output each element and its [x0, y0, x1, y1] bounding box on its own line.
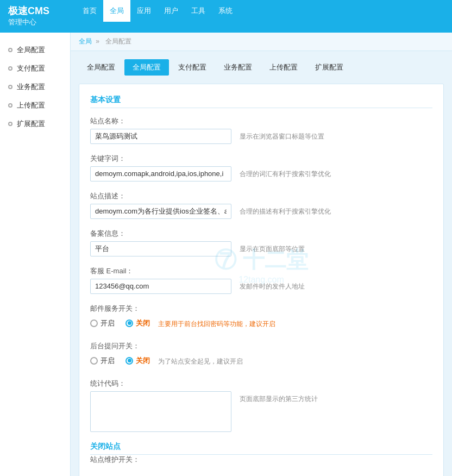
sidebar-dot	[8, 66, 12, 71]
keywords-inline: 合理的词汇有利于搜索引擎优化	[90, 166, 432, 181]
logo-subtitle: 管理中心	[8, 17, 49, 27]
description-inline: 合理的描述有利于搜索引擎优化	[90, 204, 432, 219]
beian-label: 备案信息：	[90, 229, 432, 239]
sidebar-item-extension[interactable]: 扩展配置	[0, 115, 70, 133]
tab-upload-config[interactable]: 上传配置	[261, 59, 306, 76]
keywords-hint: 合理的词汇有利于搜索引擎优化	[240, 166, 331, 181]
sidebar: 全局配置 支付配置 业务配置 上传配置 扩展配置	[0, 33, 71, 476]
backend-on-label: 开启	[101, 356, 115, 366]
sidebar-dot	[8, 85, 12, 89]
breadcrumb-current: 全局配置	[105, 37, 131, 45]
stats-label: 统计代码：	[90, 379, 432, 389]
site-name-row: 站点名称： 显示在浏览器窗口标题等位置	[90, 116, 432, 144]
logo-area: 极速CMS 管理中心	[0, 0, 71, 33]
backend-on-option[interactable]: 开启	[90, 356, 115, 366]
tab-extension-config[interactable]: 扩展配置	[307, 59, 351, 76]
nav-home[interactable]: 首页	[76, 0, 103, 22]
sidebar-dot	[8, 103, 12, 108]
email-input[interactable]	[90, 279, 231, 294]
logo-title: 极速CMS	[8, 5, 49, 17]
stats-inline: 页面底部显示的第三方统计	[90, 391, 432, 432]
breadcrumb-root[interactable]: 全局	[79, 37, 92, 45]
keywords-input[interactable]	[90, 166, 231, 181]
stats-hint: 页面底部显示的第三方统计	[240, 391, 318, 406]
description-row: 站点描述： 合理的描述有利于搜索引擎优化	[90, 191, 432, 219]
backend-hint: 为了站点安全起见，建议开启	[158, 354, 243, 369]
tab-business-config[interactable]: 业务配置	[216, 59, 260, 76]
keywords-label: 关键字词：	[90, 154, 432, 164]
description-hint: 合理的描述有利于搜索引擎优化	[240, 204, 331, 219]
breadcrumb-separator: »	[96, 37, 99, 45]
close-site-row: 站点维护开关：	[90, 455, 432, 465]
email-hint: 发邮件时的发件人地址	[240, 279, 305, 294]
site-name-input[interactable]	[90, 129, 231, 144]
mail-on-option[interactable]: 开启	[90, 318, 115, 328]
email-inline: 发邮件时的发件人地址	[90, 279, 432, 294]
mail-service-label: 邮件服务开关：	[90, 304, 432, 314]
site-name-hint: 显示在浏览器窗口标题等位置	[240, 129, 324, 144]
top-nav: 首页 全局 应用 用户 工具 系统	[71, 0, 452, 22]
backend-on-radio[interactable]	[90, 357, 98, 365]
backend-radio-group: 开启 关闭	[90, 354, 150, 368]
backend-prompt-row: 后台提问开关： 开启 关闭	[90, 341, 432, 369]
mail-warning-text: 主要用于前台找回密码等功能，建议开启	[158, 316, 275, 331]
mail-off-radio[interactable]	[125, 320, 133, 327]
mail-service-inline: 开启 关闭 主要用于前台找回密码等功能，建议开启	[90, 316, 432, 331]
mail-service-row: 邮件服务开关： 开启 关闭	[90, 304, 432, 331]
main-card: ⑦ 十二堂 12tang.com 基本设置 站点名称： 显示在浏览器窗口标题等位…	[79, 84, 444, 476]
site-name-label: 站点名称：	[90, 116, 432, 126]
stats-row: 统计代码： 页面底部显示的第三方统计	[90, 379, 432, 432]
nav-system[interactable]: 系统	[212, 0, 239, 22]
beian-hint: 显示在页面底部等位置	[240, 241, 305, 256]
tab-global-config-active[interactable]: 全局配置	[124, 59, 169, 76]
stats-textarea[interactable]	[90, 391, 231, 432]
mail-on-radio[interactable]	[90, 320, 98, 327]
nav-user[interactable]: 用户	[158, 0, 185, 22]
sidebar-dot	[8, 48, 12, 52]
sidebar-item-payment[interactable]: 支付配置	[0, 59, 70, 78]
mail-radio-group: 开启 关闭	[90, 316, 150, 330]
mail-on-label: 开启	[101, 318, 115, 328]
tabs-bar: 全局配置 全局配置 支付配置 业务配置 上传配置 扩展配置	[79, 59, 444, 76]
mail-off-label: 关闭	[136, 318, 150, 328]
keywords-row: 关键字词： 合理的词汇有利于搜索引擎优化	[90, 154, 432, 181]
nav-app[interactable]: 应用	[130, 0, 158, 22]
email-row: 客服 E-mail： 发邮件时的发件人地址	[90, 266, 432, 294]
sidebar-item-business[interactable]: 业务配置	[0, 78, 70, 96]
sidebar-item-upload[interactable]: 上传配置	[0, 96, 70, 115]
sidebar-dot	[8, 122, 12, 126]
close-site-title: 关闭站点	[90, 442, 432, 455]
breadcrumb: 全局 » 全局配置	[71, 33, 452, 51]
beian-row: 备案信息： 显示在页面底部等位置	[90, 229, 432, 256]
nav-global[interactable]: 全局	[103, 0, 130, 22]
email-label: 客服 E-mail：	[90, 266, 432, 276]
tab-global-config[interactable]: 全局配置	[79, 59, 123, 76]
site-name-inline: 显示在浏览器窗口标题等位置	[90, 129, 432, 144]
backend-off-option[interactable]: 关闭	[125, 356, 150, 366]
backend-prompt-label: 后台提问开关：	[90, 341, 432, 351]
basic-settings-title: 基本设置	[90, 95, 432, 108]
backend-off-radio[interactable]	[125, 357, 133, 365]
sidebar-item-global[interactable]: 全局配置	[0, 41, 70, 59]
content-body: 全局配置 全局配置 支付配置 业务配置 上传配置 扩展配置 ⑦ 十二堂 12ta…	[71, 51, 452, 476]
backend-prompt-inline: 开启 关闭 为了站点安全起见，建议开启	[90, 354, 432, 369]
close-site-label: 站点维护开关：	[90, 455, 432, 465]
beian-input[interactable]	[90, 241, 231, 256]
description-label: 站点描述：	[90, 191, 432, 201]
beian-inline: 显示在页面底部等位置	[90, 241, 432, 256]
tab-payment-config[interactable]: 支付配置	[170, 59, 215, 76]
mail-off-option[interactable]: 关闭	[125, 318, 150, 328]
backend-off-label: 关闭	[136, 356, 150, 366]
description-input[interactable]	[90, 204, 231, 219]
nav-tools[interactable]: 工具	[185, 0, 212, 22]
